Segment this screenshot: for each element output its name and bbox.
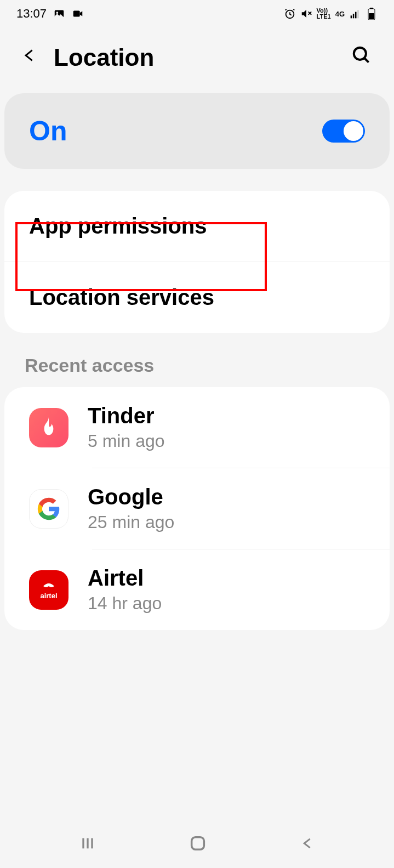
home-nav-button[interactable]: [189, 834, 207, 853]
svg-rect-2: [73, 11, 80, 17]
recent-item-tinder[interactable]: Tinder 5 min ago: [4, 387, 390, 468]
recent-access-header: Recent access: [0, 333, 394, 387]
recent-text: Tinder 5 min ago: [88, 404, 165, 451]
recent-item-airtel[interactable]: airtel Airtel 14 hr ago: [4, 549, 390, 630]
svg-point-13: [354, 47, 366, 59]
svg-text:airtel: airtel: [40, 592, 57, 600]
mute-icon: [300, 8, 312, 20]
svg-rect-7: [353, 14, 355, 18]
network-indicator: 4G: [335, 10, 345, 18]
svg-rect-6: [351, 15, 352, 18]
photo-icon: [53, 8, 65, 20]
google-app-icon: [29, 489, 68, 529]
search-button[interactable]: [351, 45, 372, 71]
recent-access-card: Tinder 5 min ago Google 25 min ago airte…: [4, 387, 390, 630]
toggle-status-label: On: [29, 115, 67, 147]
recent-text: Airtel 14 hr ago: [88, 566, 162, 614]
toggle-knob: [344, 121, 363, 141]
navigation-bar: [0, 819, 394, 868]
app-name-label: Tinder: [88, 404, 165, 428]
location-toggle-switch[interactable]: [322, 120, 365, 143]
app-time-label: 5 min ago: [88, 431, 165, 451]
svg-point-1: [56, 12, 59, 14]
back-button[interactable]: [22, 44, 37, 71]
back-nav-button[interactable]: [300, 835, 315, 852]
app-time-label: 14 hr ago: [88, 593, 162, 614]
app-permissions-item[interactable]: App permissions: [4, 191, 390, 262]
recent-item-google[interactable]: Google 25 min ago: [4, 468, 390, 549]
signal-icon: [349, 8, 361, 20]
svg-rect-19: [192, 837, 204, 850]
airtel-app-icon: airtel: [29, 570, 68, 610]
app-name-label: Google: [88, 485, 174, 509]
svg-rect-9: [357, 10, 359, 18]
battery-icon: [366, 8, 378, 20]
recent-text: Google 25 min ago: [88, 485, 174, 532]
volte-indicator: Vo))LTE1: [317, 8, 331, 20]
tinder-app-icon: [29, 408, 68, 447]
page-header: Location: [0, 27, 394, 93]
app-name-label: Airtel: [88, 566, 162, 591]
location-toggle-card: On: [4, 93, 390, 169]
recents-nav-button[interactable]: [79, 835, 96, 852]
location-services-item[interactable]: Location services: [4, 262, 390, 333]
status-right: Vo))LTE1 4G: [284, 8, 378, 20]
status-left: 13:07: [16, 7, 84, 21]
status-bar: 13:07 Vo))LTE1 4G: [0, 0, 394, 27]
page-title: Location: [54, 44, 335, 71]
svg-rect-8: [355, 12, 357, 19]
settings-card: App permissions Location services: [4, 191, 390, 333]
alarm-icon: [284, 8, 296, 20]
svg-line-14: [364, 58, 369, 62]
svg-rect-12: [369, 13, 374, 19]
video-icon: [72, 8, 84, 20]
app-time-label: 25 min ago: [88, 512, 174, 532]
status-time: 13:07: [16, 7, 47, 21]
